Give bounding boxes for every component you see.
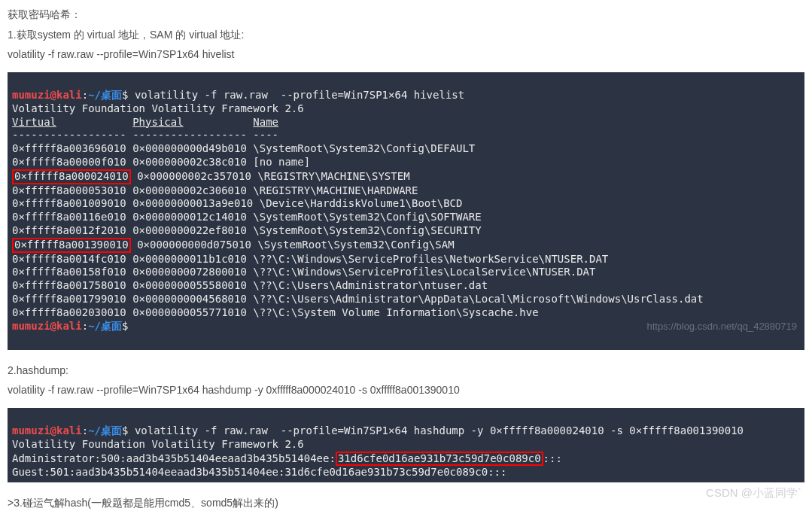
prompt-path: ~/桌面 — [88, 320, 122, 332]
prompt-path: ~/桌面 — [88, 424, 122, 436]
terminal-hivelist: mumuzi@kali:~/桌面$ volatility -f raw.raw … — [8, 72, 804, 350]
prompt-dollar: $ — [122, 89, 135, 101]
prompt-user: mumuzi@kali — [12, 424, 82, 436]
hive-row-system: 0×fffff8a000024010 — [14, 170, 129, 182]
hash-line-admin-post: ::: — [543, 452, 562, 464]
intro-step2: 2.hashdump: — [8, 360, 804, 381]
prompt-dollar: $ — [122, 424, 135, 436]
hive-row: 0×fffff8a00116e010 0×0000000012c14010 \S… — [12, 211, 482, 223]
csdn-watermark: CSDN @小蓝同学` — [706, 482, 801, 504]
col-virtual: Virtual — [12, 116, 56, 128]
hive-row: 0×fffff8a00158f010 0×0000000072800010 \?… — [12, 266, 595, 278]
hive-row: 0×fffff8a001009010 0×00000000013a9e010 \… — [12, 197, 462, 209]
hive-row: 0×fffff8a001758010 0×0000000055580010 \?… — [12, 279, 488, 291]
hive-row: 0×000000002c357010 \REGISTRY\MACHINE\SYS… — [131, 170, 410, 182]
hive-row-sam: 0×fffff8a001390010 — [14, 239, 129, 251]
banner: Volatility Foundation Volatility Framewo… — [12, 102, 304, 114]
hash-line-guest: Guest:501:aad3b435b51404eeaad3b435b51404… — [12, 466, 506, 478]
hive-row: 0×000000000d075010 \SystemRoot\System32\… — [131, 239, 455, 251]
hive-row: 0×fffff8a002030010 0×0000000055771010 \?… — [12, 306, 539, 318]
blog-watermark: https://blog.csdn.net/qq_42880719 — [647, 321, 798, 333]
col-physical: Physical — [132, 116, 183, 128]
prompt-path: ~/桌面 — [88, 89, 122, 101]
hive-row: 0×fffff8a000053010 0×000000002c306010 \R… — [12, 184, 418, 196]
intro-step1: 1.获取system 的 virtual 地址，SAM 的 virtual 地址… — [8, 25, 804, 45]
prompt-sep: : — [82, 320, 88, 332]
prompt-dollar: $ — [122, 320, 135, 332]
banner: Volatility Foundation Volatility Framewo… — [12, 438, 304, 450]
hash-value: 31d6cfe0d16ae931b73c59d7e0c089c0 — [338, 452, 541, 464]
hive-row: 0×fffff8a001799010 0×0000000004568010 \?… — [12, 293, 704, 305]
col-name: Name — [253, 116, 278, 128]
hive-row: 0×fffff8a0012f2010 0×0000000022ef8010 \S… — [12, 224, 482, 236]
intro-title: 获取密码哈希： — [8, 5, 804, 25]
prompt-sep: : — [82, 89, 88, 101]
hash-line-admin-pre: Administrator:500:aad3b435b51404eeaad3b4… — [12, 452, 336, 464]
hive-row: 0×fffff8a003696010 0×000000000d49b010 \S… — [12, 142, 475, 154]
command-hashdump: volatility -f raw.raw --profile=Win7SP1×… — [135, 424, 744, 436]
hive-row: 0×fffff8a00000f010 0×000000002c38c010 [n… — [12, 156, 310, 168]
intro-cmd2: volatility -f raw.raw --profile=Win7SP1x… — [8, 380, 804, 400]
terminal-hashdump: mumuzi@kali:~/桌面$ volatility -f raw.raw … — [8, 408, 804, 482]
command-hivelist: volatility -f raw.raw --profile=Win7SP1×… — [135, 89, 464, 101]
intro-step3: >3.碰运气解hash(一般题都是能用cmd5、somd5解出来的) — [8, 493, 804, 511]
prompt-user: mumuzi@kali — [12, 320, 82, 332]
prompt-sep: : — [82, 424, 88, 436]
prompt-user: mumuzi@kali — [12, 89, 82, 101]
intro-cmd1: volatility -f raw.raw --profile=Win7SP1x… — [8, 44, 804, 65]
hive-row: 0×fffff8a0014fc010 0×0000000011b1c010 \?… — [12, 253, 608, 265]
